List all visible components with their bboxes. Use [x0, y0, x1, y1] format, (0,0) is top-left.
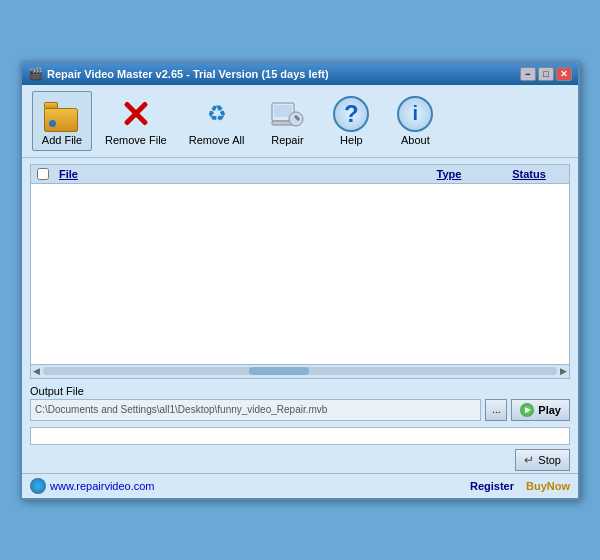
- progress-bar: [30, 427, 570, 445]
- add-file-label: Add File: [42, 134, 82, 146]
- svg-rect-1: [274, 105, 292, 117]
- title-controls: − □ ✕: [520, 67, 572, 81]
- status-column-header[interactable]: Status: [489, 167, 569, 181]
- select-all-checkbox[interactable]: [37, 168, 49, 180]
- add-file-button[interactable]: Add File: [32, 91, 92, 151]
- title-bar: 🎬 Repair Video Master v2.65 - Trial Vers…: [22, 63, 578, 85]
- remove-all-button[interactable]: ♻ Remove All: [180, 91, 254, 151]
- scrollbar-track[interactable]: [43, 367, 557, 375]
- remove-file-button[interactable]: Remove File: [96, 91, 176, 151]
- scroll-left-arrow[interactable]: ◀: [33, 366, 40, 376]
- recycle-icon: ♻: [199, 96, 235, 132]
- repair-label: Repair: [271, 134, 303, 146]
- stop-row: ↵ Stop: [30, 449, 570, 471]
- help-label: Help: [340, 134, 363, 146]
- toolbar: Add File Remove File ♻ Remove All Rep: [22, 85, 578, 158]
- play-button[interactable]: ▶ Play: [511, 399, 570, 421]
- website-link[interactable]: www.repairvideo.com: [50, 480, 155, 492]
- help-button[interactable]: ? Help: [321, 91, 381, 151]
- title-bar-left: 🎬 Repair Video Master v2.65 - Trial Vers…: [28, 67, 329, 81]
- status-bar: 🌐 www.repairvideo.com Register BuyNow: [22, 473, 578, 498]
- about-button[interactable]: i About: [385, 91, 445, 151]
- scroll-right-arrow[interactable]: ▶: [560, 366, 567, 376]
- file-list-body[interactable]: [31, 184, 569, 364]
- stop-button[interactable]: ↵ Stop: [515, 449, 570, 471]
- stop-icon: ↵: [524, 453, 534, 467]
- output-section: Output File ... ▶ Play: [30, 385, 570, 421]
- select-all-checkbox-area: [31, 167, 55, 181]
- type-column-header[interactable]: Type: [409, 167, 489, 181]
- minimize-button[interactable]: −: [520, 67, 536, 81]
- status-left: 🌐 www.repairvideo.com: [30, 478, 155, 494]
- output-row: ... ▶ Play: [30, 399, 570, 421]
- play-label: Play: [538, 404, 561, 416]
- window-title: Repair Video Master v2.65 - Trial Versio…: [47, 68, 329, 80]
- remove-all-label: Remove All: [189, 134, 245, 146]
- close-button[interactable]: ✕: [556, 67, 572, 81]
- globe-icon: 🌐: [30, 478, 46, 494]
- output-label: Output File: [30, 385, 570, 397]
- about-icon: i: [397, 96, 433, 132]
- status-right: Register BuyNow: [470, 480, 570, 492]
- buynow-link[interactable]: BuyNow: [526, 480, 570, 492]
- x-icon: [118, 96, 154, 132]
- scrollbar-thumb[interactable]: [249, 367, 309, 375]
- folder-icon: [44, 96, 80, 132]
- file-list-header: File Type Status: [31, 165, 569, 184]
- play-circle-icon: ▶: [520, 403, 534, 417]
- main-window: 🎬 Repair Video Master v2.65 - Trial Vers…: [20, 61, 580, 500]
- remove-file-label: Remove File: [105, 134, 167, 146]
- help-icon: ?: [333, 96, 369, 132]
- register-link[interactable]: Register: [470, 480, 514, 492]
- window-title-icon: 🎬: [28, 67, 43, 81]
- restore-button[interactable]: □: [538, 67, 554, 81]
- about-label: About: [401, 134, 430, 146]
- stop-label: Stop: [538, 454, 561, 466]
- repair-icon: [269, 96, 305, 132]
- file-list-area: File Type Status ◀ ▶: [30, 164, 570, 379]
- horizontal-scrollbar[interactable]: ◀ ▶: [31, 364, 569, 378]
- output-path-input[interactable]: [30, 399, 481, 421]
- repair-button[interactable]: Repair: [257, 91, 317, 151]
- file-column-header[interactable]: File: [55, 167, 409, 181]
- browse-button[interactable]: ...: [485, 399, 507, 421]
